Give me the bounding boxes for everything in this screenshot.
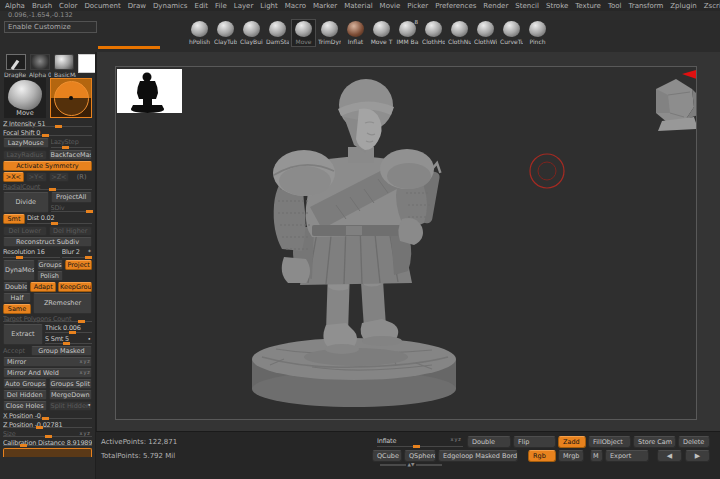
brush-shelf-item[interactable]: Pinch [526,20,549,46]
zadd-button[interactable]: Zadd [558,436,586,448]
target-polygons-slider[interactable]: Target Polygons Count [3,315,92,323]
brush-shelf-item[interactable]: ClayTub [214,20,237,46]
material-thumbnail[interactable] [54,54,74,70]
menu-item[interactable]: Preferences [435,2,476,10]
half-button[interactable]: Half [3,293,31,303]
resolution-slider[interactable]: Resolution 16 [3,248,60,259]
menu-item[interactable]: Edit [194,2,208,10]
prev-arrow-button[interactable]: ◀ [657,450,682,462]
project-button[interactable]: Project [65,260,92,270]
rgb-button[interactable]: Rgb [528,450,556,462]
flip-button[interactable]: Flip [513,436,556,448]
symmetry-y-button[interactable]: >Y< [26,172,47,182]
focal-shift-slider[interactable]: Focal Shift 0 [3,129,92,137]
polish-button[interactable]: Polish [37,271,63,281]
brush-shelf-item[interactable]: ClothNu [448,20,471,46]
split-hidden-button[interactable]: Split Hidden [49,401,93,411]
delete-button[interactable]: Delete [678,436,710,448]
del-hidden-button[interactable]: Del Hidden [3,390,47,400]
menu-item[interactable]: Texture [575,2,601,10]
menu-item[interactable]: Alpha [5,2,25,10]
m-button[interactable]: M [590,450,603,462]
symmetry-radial-button[interactable]: (R) [71,172,92,182]
menu-item[interactable]: Brush [32,2,52,10]
thick-slider[interactable]: Thick 0.006 [45,324,92,334]
menu-item[interactable]: Document [84,2,120,10]
next-arrow-button[interactable]: ▶ [685,450,710,462]
lazymouse-button[interactable]: LazyMouse [3,138,49,148]
menu-item[interactable]: Tool [608,2,622,10]
current-brush-thumbnail[interactable]: Move [4,78,46,118]
groups-split-button[interactable]: Groups Split [49,379,93,389]
dynamesh-button[interactable]: DynaMesh [3,260,35,281]
lazystep-slider[interactable]: LazyStep [51,138,93,149]
menu-item[interactable]: Material [344,2,372,10]
adapt-button[interactable]: Adapt [30,282,55,292]
edgeloop-masked-border-button[interactable]: Edgeloop Masked Border [438,450,518,462]
size-slider[interactable]: Sizexyz [3,430,92,438]
symmetry-z-button[interactable]: >Z< [49,172,70,182]
menu-item[interactable]: Light [260,2,277,10]
brush-shelf-item[interactable]: TrimDyn [318,20,341,46]
menu-item[interactable]: Macro [285,2,306,10]
del-higher-button[interactable]: Del Higher [49,226,93,236]
z-intensity-slider[interactable]: Z Intensity 51 [3,120,92,128]
close-holes-button[interactable]: Close Holes• [3,401,47,411]
brush-shelf-item[interactable]: CurveTu [500,20,523,46]
auto-groups-button[interactable]: Auto Groups [3,379,47,389]
store-cam-button[interactable]: Store Cam [633,436,676,448]
backfacemask-button[interactable]: BackfaceMask [49,150,93,160]
blur-slider[interactable]: * Blur 2 [62,248,92,259]
menu-item[interactable]: Picker [407,2,428,10]
mrgb-button[interactable]: Mrgb [558,450,584,462]
menu-item[interactable]: Color [59,2,77,10]
brush-shelf-item[interactable]: ClothHo [422,20,445,46]
extract-button[interactable]: Extract [3,324,43,345]
menu-item[interactable]: Layer [234,2,254,10]
activate-symmetry-button[interactable]: Activate Symmetry [3,161,92,171]
z-position-slider[interactable]: Z Position -0.02781 [3,421,92,429]
color-picker[interactable] [50,78,92,118]
brush-shelf-item[interactable]: Move [292,20,315,46]
tool-preview-thumbnail[interactable] [117,69,182,113]
sdiv-slider[interactable]: SDiv [51,204,93,213]
menu-item[interactable]: Marker [313,2,337,10]
brush-shelf-item[interactable]: 8 IMM Ba [396,20,419,46]
zremesher-button[interactable]: ZRemesher [33,293,92,314]
keepgroups-button[interactable]: KeepGroups [58,282,92,292]
brush-shelf-item[interactable]: Move T [370,20,393,46]
double-button[interactable]: Double [3,282,28,292]
x-position-slider[interactable]: X Position -0 [3,412,92,420]
groups-button[interactable]: Groups [37,260,64,270]
export-button[interactable]: Export [605,450,649,462]
lazyradius-button[interactable]: LazyRadius [3,150,47,160]
menu-item[interactable]: Stroke [546,2,568,10]
divide-button[interactable]: Divide [3,192,49,213]
projectall-button[interactable]: ProjectAll [51,192,93,203]
shelf-collapse-handle[interactable]: ▲▼ [380,463,442,467]
brush-shelf-item[interactable]: ClayBuil [240,20,263,46]
dist-slider[interactable]: Dist 0.02 [27,214,92,225]
same-button[interactable]: Same [3,304,31,314]
menu-item[interactable]: Transform [629,2,664,10]
qcube-button[interactable]: QCube [372,450,402,462]
enable-customize-button[interactable]: Enable Customize [4,21,97,33]
brush-shelf-item[interactable]: hPolish [188,20,211,46]
mirror-and-weld-button[interactable]: Mirror And Weldxyz [3,368,92,378]
smt-button[interactable]: Smt [3,214,25,224]
stroke-thumbnail[interactable] [6,54,26,70]
radialcount-slider[interactable]: RadialCount [3,183,92,191]
mirror-button[interactable]: Mirrorxyz [3,357,92,367]
fillobject-button[interactable]: FillObject [588,436,631,448]
clipped-bottom-button[interactable] [3,448,92,457]
calibration-distance-slider[interactable]: Calibration Distance 8.91989 [3,439,92,447]
menu-item[interactable]: File [215,2,227,10]
symmetry-x-button[interactable]: >X< [3,172,24,182]
reconstruct-subdiv-button[interactable]: Reconstruct Subdiv [3,237,92,247]
menu-item[interactable]: Movie [380,2,401,10]
menu-item[interactable]: Render [483,2,508,10]
group-masked-button[interactable]: Group Masked [31,346,92,356]
menu-item[interactable]: Dynamics [153,2,188,10]
menu-item[interactable]: Zscript [704,2,720,10]
mergedown-button[interactable]: MergeDown [49,390,93,400]
